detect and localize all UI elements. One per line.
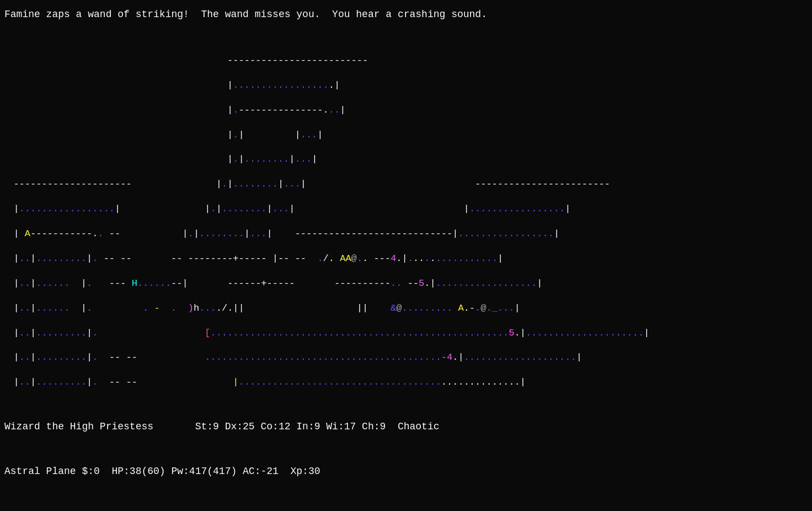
status-bar: Wizard the High Priestess St:9 Dx:25 Co:…	[0, 387, 812, 511]
message-line: Famine zaps a wand of striking! The wand…	[0, 0, 812, 29]
status-line-2: Astral Plane $:0 HP:38(60) Pw:417(417) A…	[4, 464, 808, 479]
status-line-1: Wizard the High Priestess St:9 Dx:25 Co:…	[4, 419, 808, 434]
game-map: ------------------------- |.............…	[0, 29, 812, 387]
game-container: Famine zaps a wand of striking! The wand…	[0, 0, 812, 511]
